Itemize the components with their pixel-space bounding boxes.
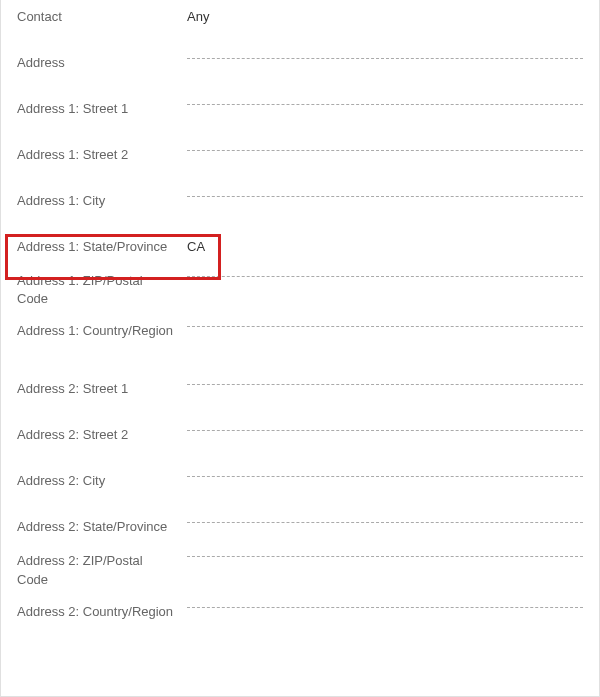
- row-addr1-street1: Address 1: Street 1: [11, 92, 589, 126]
- row-contact: Contact Any: [11, 0, 589, 34]
- label-addr2-country: Address 2: Country/Region: [17, 601, 187, 621]
- value-address[interactable]: [187, 58, 583, 59]
- spacer: [11, 348, 589, 360]
- label-addr1-zip: Address 1: ZIP/Postal Code: [17, 270, 187, 308]
- row-addr2-state: Address 2: State/Province: [11, 510, 589, 544]
- row-addr2-zip: Address 2: ZIP/Postal Code: [11, 544, 589, 594]
- row-addr1-street2: Address 1: Street 2: [11, 138, 589, 172]
- value-addr1-country[interactable]: [187, 326, 583, 327]
- spacer: [11, 126, 589, 138]
- row-addr1-city: Address 1: City: [11, 184, 589, 218]
- label-address: Address: [17, 52, 187, 72]
- label-addr2-city: Address 2: City: [17, 470, 187, 490]
- spacer: [11, 452, 589, 464]
- label-addr2-street2: Address 2: Street 2: [17, 424, 187, 444]
- value-addr2-country[interactable]: [187, 607, 583, 608]
- value-addr2-state[interactable]: [187, 522, 583, 523]
- label-addr2-street1: Address 2: Street 1: [17, 378, 187, 398]
- row-addr2-street1: Address 2: Street 1: [11, 372, 589, 406]
- label-addr2-state: Address 2: State/Province: [17, 516, 187, 536]
- row-address: Address: [11, 46, 589, 80]
- value-contact[interactable]: Any: [187, 6, 583, 26]
- row-addr1-state: Address 1: State/Province CA: [11, 230, 589, 264]
- label-contact: Contact: [17, 6, 187, 26]
- spacer: [11, 360, 589, 372]
- row-addr2-city: Address 2: City: [11, 464, 589, 498]
- address-form: Contact Any Address Address 1: Street 1 …: [1, 0, 599, 629]
- value-addr2-street1[interactable]: [187, 384, 583, 385]
- label-addr1-city: Address 1: City: [17, 190, 187, 210]
- row-addr2-street2: Address 2: Street 2: [11, 418, 589, 452]
- spacer: [11, 406, 589, 418]
- label-addr1-country: Address 1: Country/Region: [17, 320, 187, 340]
- value-addr1-street2[interactable]: [187, 150, 583, 151]
- spacer: [11, 498, 589, 510]
- value-addr1-zip[interactable]: [187, 276, 583, 277]
- row-addr1-zip: Address 1: ZIP/Postal Code: [11, 264, 589, 314]
- value-addr2-zip[interactable]: [187, 556, 583, 557]
- value-addr1-street1[interactable]: [187, 104, 583, 105]
- value-addr1-city[interactable]: [187, 196, 583, 197]
- row-addr2-country: Address 2: Country/Region: [11, 595, 589, 629]
- value-addr1-state[interactable]: CA: [187, 236, 583, 256]
- value-addr2-city[interactable]: [187, 476, 583, 477]
- label-addr1-street1: Address 1: Street 1: [17, 98, 187, 118]
- spacer: [11, 34, 589, 46]
- spacer: [11, 172, 589, 184]
- value-addr2-street2[interactable]: [187, 430, 583, 431]
- spacer: [11, 218, 589, 230]
- label-addr2-zip: Address 2: ZIP/Postal Code: [17, 550, 187, 588]
- label-addr1-state: Address 1: State/Province: [17, 236, 187, 256]
- row-addr1-country: Address 1: Country/Region: [11, 314, 589, 348]
- label-addr1-street2: Address 1: Street 2: [17, 144, 187, 164]
- spacer: [11, 80, 589, 92]
